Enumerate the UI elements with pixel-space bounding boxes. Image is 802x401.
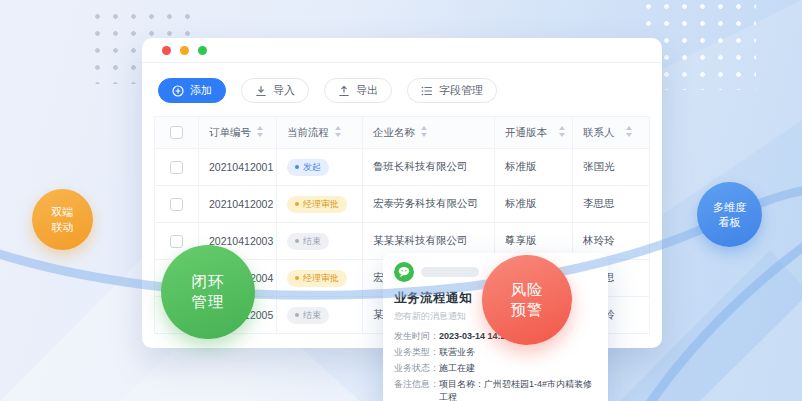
status-badge: 发起 bbox=[287, 159, 329, 176]
status-dot bbox=[295, 276, 299, 280]
notification-field: 业务状态： 施工在建 bbox=[394, 362, 597, 375]
status-badge: 结束 bbox=[287, 307, 329, 324]
field-manage-button[interactable]: 字段管理 bbox=[407, 78, 497, 103]
sender-placeholder bbox=[421, 267, 479, 277]
status-badge: 结束 bbox=[287, 233, 329, 250]
cell-contact: 李思思 bbox=[573, 186, 650, 223]
field-manage-button-label: 字段管理 bbox=[439, 83, 483, 98]
field-value: 联营业务 bbox=[439, 346, 475, 359]
export-button-label: 导出 bbox=[356, 83, 378, 98]
sort-icon[interactable] bbox=[421, 126, 428, 137]
table-row: 20210412001 发起 鲁班长科技有限公司 标准版 张国光 bbox=[155, 149, 650, 186]
field-value: 施工在建 bbox=[439, 362, 475, 375]
import-icon bbox=[255, 85, 267, 97]
sort-icon[interactable] bbox=[257, 126, 264, 137]
cell-order-no: 20210412002 bbox=[199, 186, 277, 223]
status-dot bbox=[295, 313, 299, 317]
field-label: 备注信息： bbox=[394, 378, 439, 401]
column-header-company[interactable]: 企业名称 bbox=[363, 117, 495, 149]
notification-field: 业务类型： 联营业务 bbox=[394, 346, 597, 359]
status-dot bbox=[295, 165, 299, 169]
table-header-row: 订单编号 当前流程 企业名称 开通版本 联系人 bbox=[155, 117, 650, 149]
plus-circle-icon bbox=[172, 85, 184, 97]
feature-badge-multi-board: 多维度 看板 bbox=[697, 182, 762, 247]
export-icon bbox=[338, 85, 350, 97]
export-button[interactable]: 导出 bbox=[324, 78, 392, 103]
add-button[interactable]: 添加 bbox=[158, 78, 226, 103]
column-header-version[interactable]: 开通版本 bbox=[495, 117, 573, 149]
sort-icon[interactable] bbox=[335, 126, 342, 137]
status-badge: 经理审批 bbox=[287, 270, 347, 287]
field-label: 业务类型： bbox=[394, 346, 439, 359]
status-badge: 经理审批 bbox=[287, 196, 347, 213]
status-dot bbox=[295, 202, 299, 206]
sort-icon[interactable] bbox=[559, 126, 566, 137]
sort-icon[interactable] bbox=[626, 126, 633, 137]
notification-fields: 发生时间： 2023-03-14 14:20 业务类型： 联营业务 业务状态： … bbox=[394, 330, 597, 401]
field-list-icon bbox=[421, 85, 433, 97]
wechat-icon bbox=[394, 262, 414, 282]
window-minimize-dot[interactable] bbox=[180, 46, 189, 55]
import-button[interactable]: 导入 bbox=[241, 78, 309, 103]
feature-badge-closed-loop: 闭环 管理 bbox=[161, 245, 255, 339]
feature-badge-dual-link: 双端 联动 bbox=[32, 189, 93, 250]
window-close-dot[interactable] bbox=[162, 46, 171, 55]
field-label: 发生时间： bbox=[394, 330, 439, 343]
row-checkbox[interactable] bbox=[170, 235, 183, 248]
cell-version: 标准版 bbox=[495, 149, 573, 186]
status-dot bbox=[295, 239, 299, 243]
row-checkbox[interactable] bbox=[170, 198, 183, 211]
cell-contact: 张国光 bbox=[573, 149, 650, 186]
window-maximize-dot[interactable] bbox=[198, 46, 207, 55]
field-value: 项目名称：广州碧桂园1-4#市内精装修工程 合同名称：广州碧桂园1-4#市内精装… bbox=[439, 378, 597, 401]
window-titlebar bbox=[142, 38, 662, 63]
cell-company: 鲁班长科技有限公司 bbox=[363, 149, 495, 186]
field-label: 业务状态： bbox=[394, 362, 439, 375]
cell-company: 宏泰劳务科技有限公司 bbox=[363, 186, 495, 223]
notification-field: 备注信息： 项目名称：广州碧桂园1-4#市内精装修工程 合同名称：广州碧桂园1-… bbox=[394, 378, 597, 401]
column-header-contact[interactable]: 联系人 bbox=[573, 117, 650, 149]
table-row: 20210412002 经理审批 宏泰劳务科技有限公司 标准版 李思思 bbox=[155, 186, 650, 223]
row-checkbox[interactable] bbox=[170, 161, 183, 174]
marketing-canvas: 添加 导入 导出 字段管理 bbox=[0, 0, 802, 401]
cell-version: 标准版 bbox=[495, 186, 573, 223]
feature-badge-risk-alert: 风险 预警 bbox=[482, 255, 572, 345]
toolbar: 添加 导入 导出 字段管理 bbox=[142, 63, 662, 116]
import-button-label: 导入 bbox=[273, 83, 295, 98]
column-header-current-flow[interactable]: 当前流程 bbox=[277, 117, 363, 149]
column-header-order-no[interactable]: 订单编号 bbox=[199, 117, 277, 149]
cell-order-no: 20210412001 bbox=[199, 149, 277, 186]
select-all-checkbox[interactable] bbox=[170, 126, 183, 139]
dot-grid-right bbox=[646, 4, 756, 90]
add-button-label: 添加 bbox=[190, 83, 212, 98]
